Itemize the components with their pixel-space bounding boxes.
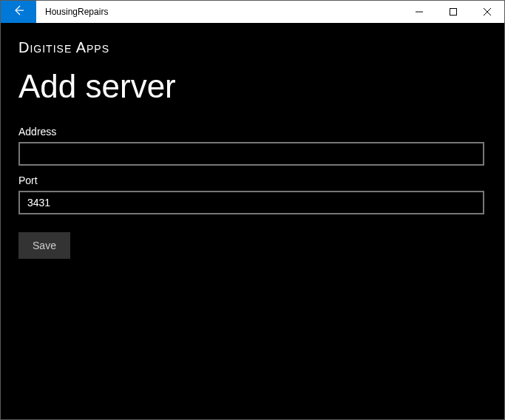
page-title: Add server [18, 68, 487, 105]
back-arrow-icon [13, 4, 24, 19]
app-window: HousingRepairs Digitise Apps Add server … [0, 0, 505, 420]
maximize-button[interactable] [436, 1, 470, 23]
brand-label: Digitise Apps [18, 39, 487, 56]
close-icon [484, 5, 491, 18]
save-button[interactable]: Save [18, 232, 70, 259]
minimize-icon [416, 5, 423, 18]
back-button[interactable] [1, 1, 36, 23]
minimize-button[interactable] [402, 1, 436, 23]
close-button[interactable] [470, 1, 504, 23]
address-input[interactable] [18, 142, 484, 166]
address-label: Address [18, 126, 487, 138]
window-controls [402, 1, 504, 23]
port-label: Port [18, 175, 487, 186]
titlebar: HousingRepairs [1, 1, 504, 23]
port-input[interactable] [18, 191, 484, 214]
svg-rect-1 [450, 9, 457, 16]
content-area: Digitise Apps Add server Address Port Sa… [1, 23, 504, 419]
maximize-icon [450, 5, 457, 18]
window-title: HousingRepairs [36, 1, 402, 23]
